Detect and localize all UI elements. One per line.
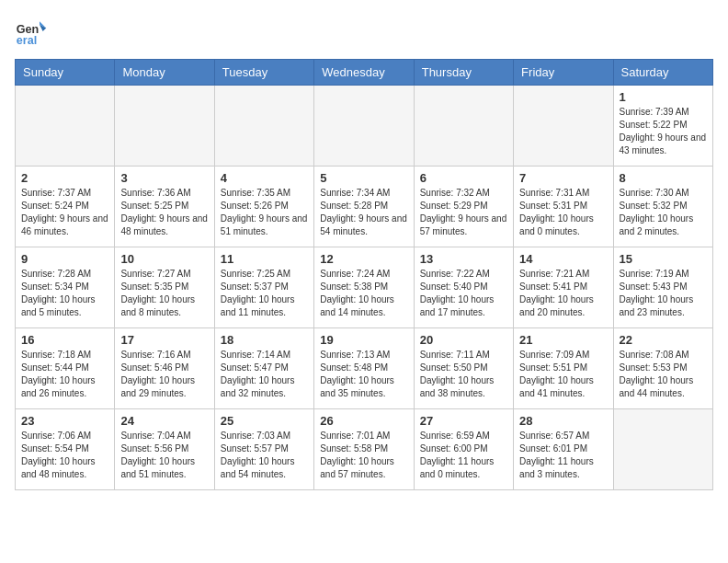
day-info: Sunrise: 7:14 AM Sunset: 5:47 PM Dayligh… — [221, 349, 308, 400]
day-number: 8 — [620, 171, 707, 185]
day-number: 24 — [120, 414, 208, 428]
day-info: Sunrise: 7:34 AM Sunset: 5:28 PM Dayligh… — [320, 187, 407, 238]
day-number: 6 — [420, 171, 507, 185]
week-row-3: 9Sunrise: 7:28 AM Sunset: 5:34 PM Daylig… — [16, 247, 713, 328]
day-number: 7 — [519, 171, 607, 185]
calendar-cell — [214, 86, 313, 167]
day-info: Sunrise: 7:27 AM Sunset: 5:35 PM Dayligh… — [120, 268, 208, 319]
column-header-saturday: Saturday — [613, 60, 712, 86]
column-header-tuesday: Tuesday — [214, 60, 313, 86]
day-info: Sunrise: 7:39 AM Sunset: 5:22 PM Dayligh… — [620, 106, 707, 157]
day-info: Sunrise: 7:25 AM Sunset: 5:37 PM Dayligh… — [221, 268, 308, 319]
week-row-1: 1Sunrise: 7:39 AM Sunset: 5:22 PM Daylig… — [16, 86, 713, 167]
calendar-cell: 25Sunrise: 7:03 AM Sunset: 5:57 PM Dayli… — [214, 409, 313, 490]
calendar-cell: 10Sunrise: 7:27 AM Sunset: 5:35 PM Dayli… — [115, 247, 214, 328]
calendar-cell: 28Sunrise: 6:57 AM Sunset: 6:01 PM Dayli… — [514, 409, 613, 490]
day-number: 27 — [420, 414, 507, 428]
day-number: 9 — [21, 252, 108, 266]
day-info: Sunrise: 7:09 AM Sunset: 5:51 PM Dayligh… — [519, 349, 607, 400]
day-number: 2 — [21, 171, 108, 185]
calendar-cell: 19Sunrise: 7:13 AM Sunset: 5:48 PM Dayli… — [314, 328, 414, 409]
calendar-cell: 1Sunrise: 7:39 AM Sunset: 5:22 PM Daylig… — [613, 86, 712, 167]
calendar-cell: 14Sunrise: 7:21 AM Sunset: 5:41 PM Dayli… — [514, 247, 613, 328]
day-info: Sunrise: 7:21 AM Sunset: 5:41 PM Dayligh… — [519, 268, 607, 319]
calendar-cell: 15Sunrise: 7:19 AM Sunset: 5:43 PM Dayli… — [613, 247, 712, 328]
calendar-cell: 20Sunrise: 7:11 AM Sunset: 5:50 PM Dayli… — [414, 328, 513, 409]
day-info: Sunrise: 7:30 AM Sunset: 5:32 PM Dayligh… — [620, 187, 707, 238]
calendar-cell — [613, 409, 712, 490]
day-info: Sunrise: 7:32 AM Sunset: 5:29 PM Dayligh… — [420, 187, 507, 238]
calendar-cell: 13Sunrise: 7:22 AM Sunset: 5:40 PM Dayli… — [414, 247, 513, 328]
calendar-cell: 17Sunrise: 7:16 AM Sunset: 5:46 PM Dayli… — [115, 328, 214, 409]
calendar-cell: 22Sunrise: 7:08 AM Sunset: 5:53 PM Dayli… — [613, 328, 712, 409]
day-number: 26 — [320, 414, 407, 428]
day-number: 12 — [320, 252, 407, 266]
day-info: Sunrise: 7:24 AM Sunset: 5:38 PM Dayligh… — [320, 268, 407, 319]
calendar-cell: 18Sunrise: 7:14 AM Sunset: 5:47 PM Dayli… — [214, 328, 313, 409]
calendar-cell — [314, 86, 414, 167]
day-number: 3 — [120, 171, 208, 185]
calendar-cell: 4Sunrise: 7:35 AM Sunset: 5:26 PM Daylig… — [214, 167, 313, 247]
day-info: Sunrise: 7:08 AM Sunset: 5:53 PM Dayligh… — [620, 349, 707, 400]
day-info: Sunrise: 6:59 AM Sunset: 6:00 PM Dayligh… — [420, 430, 507, 481]
day-number: 10 — [120, 252, 208, 266]
calendar-cell: 27Sunrise: 6:59 AM Sunset: 6:00 PM Dayli… — [414, 409, 513, 490]
column-header-monday: Monday — [115, 60, 214, 86]
calendar-cell — [16, 86, 115, 167]
day-number: 28 — [519, 414, 607, 428]
day-info: Sunrise: 7:13 AM Sunset: 5:48 PM Dayligh… — [320, 349, 407, 400]
week-row-5: 23Sunrise: 7:06 AM Sunset: 5:54 PM Dayli… — [16, 409, 713, 490]
calendar-cell: 26Sunrise: 7:01 AM Sunset: 5:58 PM Dayli… — [314, 409, 414, 490]
day-number: 14 — [519, 252, 607, 266]
day-info: Sunrise: 7:04 AM Sunset: 5:56 PM Dayligh… — [120, 430, 208, 481]
day-number: 1 — [620, 90, 707, 104]
calendar-cell: 23Sunrise: 7:06 AM Sunset: 5:54 PM Dayli… — [16, 409, 115, 490]
calendar-cell: 12Sunrise: 7:24 AM Sunset: 5:38 PM Dayli… — [314, 247, 414, 328]
day-info: Sunrise: 7:19 AM Sunset: 5:43 PM Dayligh… — [620, 268, 707, 319]
svg-text:eral: eral — [17, 34, 37, 47]
day-number: 21 — [519, 333, 607, 347]
calendar-cell: 11Sunrise: 7:25 AM Sunset: 5:37 PM Dayli… — [214, 247, 313, 328]
calendar-cell: 7Sunrise: 7:31 AM Sunset: 5:31 PM Daylig… — [514, 167, 613, 247]
day-number: 23 — [21, 414, 108, 428]
day-number: 20 — [420, 333, 507, 347]
column-header-friday: Friday — [514, 60, 613, 86]
day-info: Sunrise: 7:16 AM Sunset: 5:46 PM Dayligh… — [120, 349, 208, 400]
day-info: Sunrise: 7:35 AM Sunset: 5:26 PM Dayligh… — [221, 187, 308, 238]
day-info: Sunrise: 7:22 AM Sunset: 5:40 PM Dayligh… — [420, 268, 507, 319]
week-row-2: 2Sunrise: 7:37 AM Sunset: 5:24 PM Daylig… — [16, 167, 713, 247]
day-number: 4 — [221, 171, 308, 185]
column-header-wednesday: Wednesday — [314, 60, 414, 86]
calendar-cell: 6Sunrise: 7:32 AM Sunset: 5:29 PM Daylig… — [414, 167, 513, 247]
day-number: 19 — [320, 333, 407, 347]
day-info: Sunrise: 7:37 AM Sunset: 5:24 PM Dayligh… — [21, 187, 108, 238]
calendar-header-row: SundayMondayTuesdayWednesdayThursdayFrid… — [16, 60, 713, 86]
calendar-cell — [514, 86, 613, 167]
day-info: Sunrise: 7:28 AM Sunset: 5:34 PM Dayligh… — [21, 268, 108, 319]
day-number: 22 — [620, 333, 707, 347]
day-number: 5 — [320, 171, 407, 185]
calendar-cell — [414, 86, 513, 167]
day-info: Sunrise: 7:06 AM Sunset: 5:54 PM Dayligh… — [21, 430, 108, 481]
calendar-cell: 21Sunrise: 7:09 AM Sunset: 5:51 PM Dayli… — [514, 328, 613, 409]
day-number: 18 — [221, 333, 308, 347]
calendar-cell: 8Sunrise: 7:30 AM Sunset: 5:32 PM Daylig… — [613, 167, 712, 247]
day-number: 25 — [221, 414, 308, 428]
calendar-cell — [115, 86, 214, 167]
page-header: Gen eral — [15, 15, 713, 48]
day-info: Sunrise: 7:31 AM Sunset: 5:31 PM Dayligh… — [519, 187, 607, 238]
day-info: Sunrise: 7:03 AM Sunset: 5:57 PM Dayligh… — [221, 430, 308, 481]
logo: Gen eral — [15, 15, 51, 48]
day-info: Sunrise: 7:01 AM Sunset: 5:58 PM Dayligh… — [320, 430, 407, 481]
day-number: 17 — [120, 333, 208, 347]
day-number: 11 — [221, 252, 308, 266]
column-header-sunday: Sunday — [16, 60, 115, 86]
day-info: Sunrise: 7:18 AM Sunset: 5:44 PM Dayligh… — [21, 349, 108, 400]
calendar-cell: 16Sunrise: 7:18 AM Sunset: 5:44 PM Dayli… — [16, 328, 115, 409]
day-number: 16 — [21, 333, 108, 347]
calendar-cell: 24Sunrise: 7:04 AM Sunset: 5:56 PM Dayli… — [115, 409, 214, 490]
calendar-cell: 3Sunrise: 7:36 AM Sunset: 5:25 PM Daylig… — [115, 167, 214, 247]
day-info: Sunrise: 6:57 AM Sunset: 6:01 PM Dayligh… — [519, 430, 607, 481]
logo-icon: Gen eral — [15, 15, 48, 48]
day-info: Sunrise: 7:11 AM Sunset: 5:50 PM Dayligh… — [420, 349, 507, 400]
